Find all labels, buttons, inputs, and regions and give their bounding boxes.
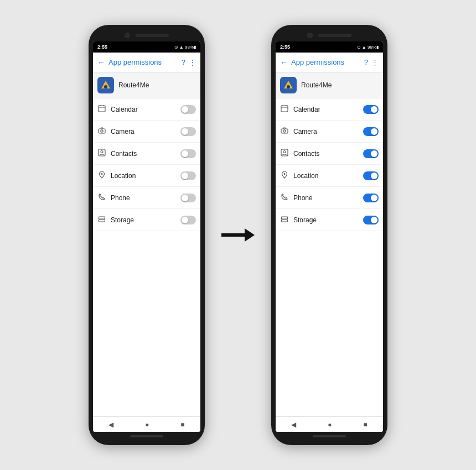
phone-after: 2:55 ⊙ ▲ 98%▮ ← App permissions ? ⋮ <box>271 25 387 445</box>
svg-rect-6 <box>99 129 105 133</box>
phone-icon-left <box>97 193 106 202</box>
nav-home-right[interactable]: ● <box>328 421 332 429</box>
perm-label-phone-right: Phone <box>293 194 359 202</box>
perm-label-phone-left: Phone <box>111 194 176 202</box>
camera-dot-right <box>307 33 313 38</box>
app-bar-actions-right: ? ⋮ <box>364 58 379 66</box>
screen-left: 2:55 ⊙ ▲ 98%▮ ← App permissions ? ⋮ <box>93 41 200 432</box>
svg-point-7 <box>101 130 103 132</box>
toggle-location-left[interactable] <box>180 171 196 180</box>
toggle-phone-left[interactable] <box>180 194 196 202</box>
arrow-indicator <box>221 224 255 246</box>
camera-icon-left <box>97 127 106 136</box>
perm-item-calendar-left: Calendar <box>93 98 200 121</box>
bottom-nav-left: ◀ ● ■ <box>93 416 200 432</box>
camera-icon-right <box>280 127 289 136</box>
perm-label-storage-right: Storage <box>293 216 359 224</box>
perm-item-calendar-right: Calendar <box>276 98 383 121</box>
toggle-contacts-right[interactable] <box>363 149 379 158</box>
svg-point-9 <box>101 151 103 153</box>
nav-back-left[interactable]: ◀ <box>108 421 113 429</box>
perm-item-contacts-right: Contacts <box>276 143 383 165</box>
speaker-left <box>136 34 169 37</box>
perm-item-storage-left: Storage <box>93 209 200 231</box>
app-name-left: Route4Me <box>118 81 149 89</box>
camera-dot-left <box>125 33 130 38</box>
app-icon-right <box>280 77 297 93</box>
app-bar-title-left: App permissions <box>108 58 178 66</box>
svg-rect-21 <box>281 129 288 133</box>
perm-item-contacts-left: Contacts <box>93 143 200 165</box>
svg-point-22 <box>283 130 286 132</box>
perm-item-phone-left: Phone <box>93 187 200 209</box>
perm-label-contacts-right: Contacts <box>293 150 359 158</box>
svg-rect-17 <box>281 106 288 112</box>
help-icon-left[interactable]: ? <box>182 58 185 66</box>
status-bar-right: 2:55 ⊙ ▲ 98%▮ <box>276 41 383 53</box>
perm-list-left: Calendar Camera Contacts <box>93 98 200 416</box>
status-bar-left: 2:55 ⊙ ▲ 98%▮ <box>93 41 200 53</box>
nav-home-left[interactable]: ● <box>145 421 149 429</box>
back-button-right[interactable]: ← <box>280 58 288 67</box>
perm-label-calendar-right: Calendar <box>293 106 359 113</box>
svg-rect-26 <box>282 217 288 219</box>
svg-rect-27 <box>282 220 288 222</box>
status-icons-left: ⊙ ▲ 98%▮ <box>174 45 196 50</box>
toggle-calendar-right[interactable] <box>363 105 379 114</box>
perm-item-storage-right: Storage <box>276 209 383 231</box>
phone-icon-right <box>280 193 289 202</box>
app-icon-left <box>97 77 114 93</box>
toggle-camera-left[interactable] <box>180 127 196 136</box>
perm-label-camera-right: Camera <box>293 128 359 135</box>
location-icon-right <box>280 171 289 180</box>
back-button-left[interactable]: ← <box>97 58 105 67</box>
phone-top-bar-left <box>93 33 200 38</box>
app-bar-actions-left: ? ⋮ <box>182 58 196 66</box>
svg-marker-14 <box>245 228 255 242</box>
toggle-calendar-left[interactable] <box>180 105 196 114</box>
toggle-storage-left[interactable] <box>180 216 196 224</box>
calendar-icon-left <box>97 105 106 114</box>
contacts-icon-left <box>97 149 106 158</box>
perm-label-calendar-left: Calendar <box>111 106 176 113</box>
toggle-camera-right[interactable] <box>363 127 379 136</box>
help-icon-right[interactable]: ? <box>364 58 368 66</box>
svg-point-1 <box>104 85 107 88</box>
calendar-icon-right <box>280 105 289 114</box>
phone-before: 2:55 ⊙ ▲ 98%▮ ← App permissions ? ⋮ <box>89 25 205 445</box>
status-time-right: 2:55 <box>280 44 290 50</box>
perm-label-contacts-left: Contacts <box>111 150 176 158</box>
nav-back-right[interactable]: ◀ <box>291 421 296 429</box>
svg-point-10 <box>101 173 103 175</box>
perm-label-camera-left: Camera <box>111 128 176 135</box>
svg-point-25 <box>284 173 286 175</box>
toggle-location-right[interactable] <box>363 171 379 180</box>
svg-point-16 <box>287 85 290 88</box>
svg-rect-2 <box>99 106 105 112</box>
phone-top-bar-right <box>276 33 383 38</box>
phone-bottom-bar-right <box>313 435 346 437</box>
perm-item-camera-left: Camera <box>93 121 200 143</box>
bottom-nav-right: ◀ ● ■ <box>276 416 383 432</box>
comparison-scene: 2:55 ⊙ ▲ 98%▮ ← App permissions ? ⋮ <box>89 25 387 445</box>
more-icon-right[interactable]: ⋮ <box>371 58 379 66</box>
contacts-icon-right <box>280 149 289 158</box>
toggle-contacts-left[interactable] <box>180 149 196 158</box>
phone-bottom-bar-left <box>130 435 163 437</box>
nav-recents-left[interactable]: ■ <box>180 421 184 429</box>
toggle-storage-right[interactable] <box>363 216 379 224</box>
toggle-phone-right[interactable] <box>363 194 379 202</box>
svg-point-24 <box>283 151 286 153</box>
svg-rect-11 <box>99 217 105 219</box>
perm-item-camera-right: Camera <box>276 121 383 143</box>
storage-icon-left <box>97 215 106 224</box>
perm-label-storage-left: Storage <box>111 216 176 224</box>
app-bar-left: ← App permissions ? ⋮ <box>93 53 200 72</box>
svg-rect-12 <box>99 220 105 222</box>
app-header-left: Route4Me <box>93 72 200 98</box>
app-bar-title-right: App permissions <box>291 58 361 66</box>
location-icon-left <box>97 171 106 180</box>
perm-label-location-left: Location <box>111 172 176 180</box>
more-icon-left[interactable]: ⋮ <box>189 58 196 66</box>
nav-recents-right[interactable]: ■ <box>363 421 367 429</box>
